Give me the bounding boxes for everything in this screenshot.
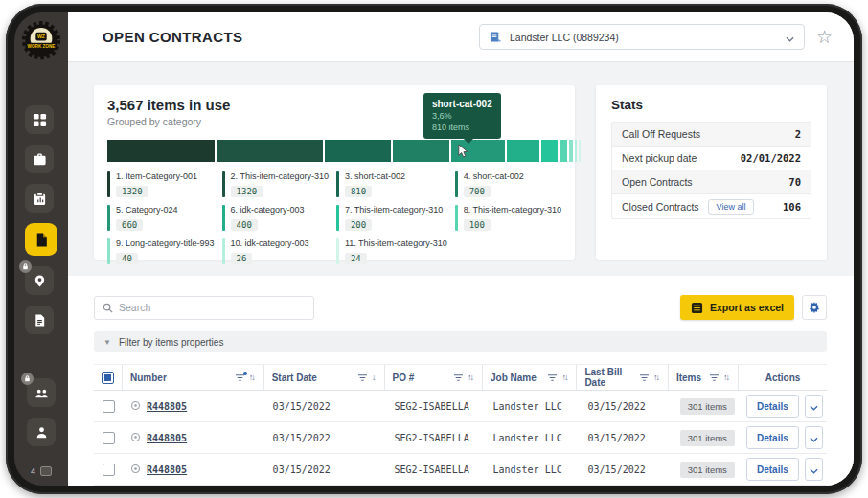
chart-segment-9[interactable] <box>569 140 572 162</box>
filter-icon[interactable] <box>453 374 464 382</box>
sort-icon[interactable]: ↑↓ <box>723 373 730 382</box>
table-row-1: R44880503/15/2022SEG2-ISABELLALandster L… <box>94 391 827 422</box>
sidebar-item-inventory[interactable] <box>25 184 54 213</box>
row-checkbox[interactable] <box>103 464 115 476</box>
export-excel-label: Export as excel <box>710 302 784 313</box>
legend-item-6[interactable]: 6. idk-category-003400 <box>222 205 329 232</box>
legend-item-11[interactable]: 11. This-item-category-31024 <box>336 238 447 265</box>
sort-icon[interactable]: ↑↓ <box>561 373 568 382</box>
legend-item-10[interactable]: 10. idk-category-00326 <box>222 238 329 265</box>
row-checkbox[interactable] <box>103 432 115 444</box>
clipboard-icon <box>33 192 47 206</box>
legend-swatch <box>455 171 458 197</box>
column-header-last_bill_date[interactable]: Last Bill Date↑↓ <box>577 365 668 390</box>
select-all-checkbox[interactable] <box>102 372 114 384</box>
details-button[interactable]: Details <box>746 458 799 481</box>
details-button[interactable]: Details <box>746 426 799 449</box>
contract-number-link[interactable]: R448805 <box>147 433 187 443</box>
sort-icon[interactable]: ↑↓ <box>653 373 660 382</box>
chart-segment-8[interactable] <box>560 140 567 162</box>
legend-item-9[interactable]: 9. Long-category-title-99340 <box>107 238 215 265</box>
chart-segment-10[interactable] <box>575 140 577 162</box>
details-button[interactable]: Details <box>746 395 799 418</box>
column-header-start_date[interactable]: Start Date↓ <box>264 365 385 390</box>
contract-number-link[interactable]: R448805 <box>147 401 187 412</box>
column-label: PO # <box>393 373 415 383</box>
stats-card: Stats Call Off Requests2Next pickup date… <box>596 85 827 260</box>
people-icon <box>34 386 49 400</box>
row-checkbox[interactable] <box>103 400 115 413</box>
sidebar-item-contracts[interactable] <box>25 223 57 256</box>
filter-icon[interactable] <box>357 374 368 382</box>
chevron-down-icon <box>810 463 818 477</box>
company-icon <box>490 31 502 43</box>
legend-item-2[interactable]: 2. This-item-category-3101320 <box>222 171 329 198</box>
sidebar-item-account[interactable] <box>27 418 56 446</box>
page-title: OPEN CONTRACTS <box>103 29 242 45</box>
lock-icon <box>19 260 32 273</box>
company-select-value: Landster LLC (0889234) <box>510 32 778 43</box>
legend-value: 810 <box>345 186 372 197</box>
chart-segment-2[interactable] <box>217 140 324 162</box>
stat-value: 2 <box>795 128 801 140</box>
sidebar-item-dashboard[interactable] <box>25 105 54 134</box>
chevron-down-icon <box>810 399 818 414</box>
filter-icon[interactable] <box>547 374 558 382</box>
chart-segment-4[interactable] <box>393 140 449 162</box>
chart-segment-11[interactable] <box>579 140 581 162</box>
filter-by-items-properties[interactable]: ▼ Filter by items properties <box>94 331 827 352</box>
column-header-items[interactable]: Items↑↓ <box>669 365 739 390</box>
svg-text:WORK ZONE: WORK ZONE <box>28 44 56 49</box>
sidebar-footer-badge[interactable]: 4 <box>31 466 52 476</box>
contract-status-icon <box>130 464 141 476</box>
filter-icon[interactable] <box>639 374 650 382</box>
legend-item-8[interactable]: 8. This-item-category-310100 <box>455 205 561 232</box>
legend-value: 400 <box>231 219 258 231</box>
stat-row-1: Call Off Requests2 <box>612 123 811 147</box>
search-input[interactable] <box>119 302 306 313</box>
sidebar-item-team[interactable] <box>27 378 56 407</box>
table-header-row: Number↑↓Start Date↓PO #↑↓Job Name↑↓Last … <box>94 364 827 391</box>
tooltip-percent: 3,6% <box>432 111 492 121</box>
legend-item-4[interactable]: 4. short-cat-002700 <box>455 171 561 198</box>
table-settings-button[interactable] <box>802 295 827 320</box>
search-icon <box>103 303 113 313</box>
view-all-button[interactable]: View all <box>708 199 755 215</box>
company-select[interactable]: Landster LLC (0889234) <box>479 24 805 50</box>
stat-label: Closed Contracts <box>622 201 699 213</box>
sort-icon[interactable]: ↑↓ <box>468 373 474 382</box>
legend-item-1[interactable]: 1. Item-Category-0011320 <box>107 171 215 198</box>
row-expand-button[interactable] <box>805 458 823 481</box>
contract-number-link[interactable]: R448805 <box>147 464 187 475</box>
cell-last-bill-date: 03/15/2022 <box>581 464 673 475</box>
chart-segment-6[interactable] <box>507 140 539 162</box>
cell-start-date: 03/15/2022 <box>265 433 387 443</box>
legend-label: 10. idk-category-003 <box>231 238 309 248</box>
column-header-actions: Actions <box>739 365 827 390</box>
filter-icon[interactable] <box>235 374 245 382</box>
sort-icon[interactable]: ↓ <box>372 373 377 382</box>
column-header-number[interactable]: Number↑↓ <box>123 365 264 390</box>
row-expand-button[interactable] <box>805 426 823 449</box>
column-header-job_name[interactable]: Job Name↑↓ <box>483 365 577 390</box>
legend-item-7[interactable]: 7. This-item-category-310200 <box>336 205 447 232</box>
sidebar-item-jobs[interactable] <box>25 145 54 173</box>
row-expand-button[interactable] <box>805 395 823 418</box>
column-label: Actions <box>765 373 801 383</box>
filter-icon[interactable] <box>709 374 720 382</box>
sort-icon[interactable]: ↑↓ <box>249 373 256 382</box>
file-icon <box>34 232 50 248</box>
favorite-star-icon[interactable]: ☆ <box>816 28 833 46</box>
chart-segment-3[interactable] <box>325 140 391 162</box>
legend-item-5[interactable]: 5. Category-024660 <box>107 205 215 232</box>
export-excel-button[interactable]: Export as excel <box>680 295 794 320</box>
contract-status-icon <box>130 400 141 413</box>
briefcase-icon <box>33 152 47 167</box>
sidebar-item-locations[interactable] <box>25 266 54 295</box>
chart-segment-1[interactable] <box>107 140 215 162</box>
legend-item-3[interactable]: 3. short-cat-002810 <box>336 171 447 198</box>
chart-segment-7[interactable] <box>541 140 558 162</box>
column-header-po[interactable]: PO #↑↓ <box>385 365 483 390</box>
sidebar-item-documents[interactable] <box>25 306 54 334</box>
legend-label: 6. idk-category-003 <box>231 205 305 215</box>
